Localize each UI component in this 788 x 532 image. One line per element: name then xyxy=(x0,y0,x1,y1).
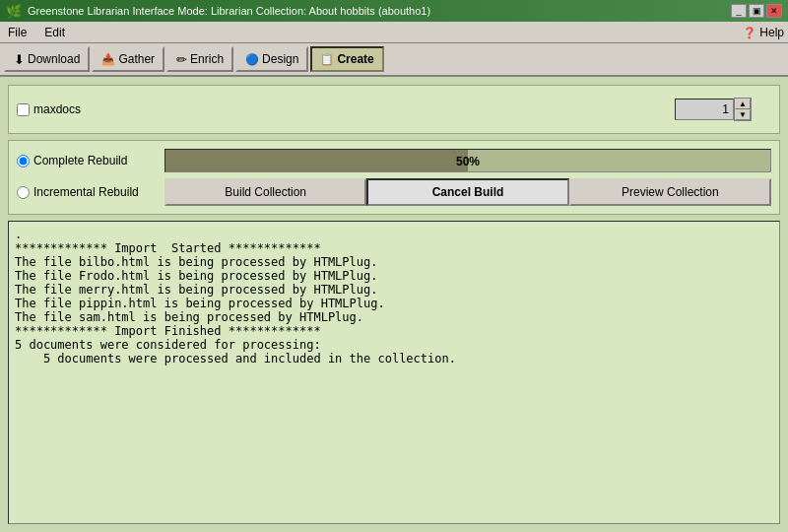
help-button[interactable]: Help xyxy=(743,26,784,39)
rebuild-options: Complete Rebuild 50% xyxy=(17,149,771,172)
title-bar: Greenstone Librarian Interface Mode: Lib… xyxy=(0,0,788,22)
action-buttons: Build Collection Cancel Build Preview Co… xyxy=(164,178,771,206)
window-title: Greenstone Librarian Interface Mode: Lib… xyxy=(28,5,430,17)
build-collection-button[interactable]: Build Collection xyxy=(164,178,366,206)
log-area: . ************* Import Started *********… xyxy=(8,221,780,524)
title-bar-left: Greenstone Librarian Interface Mode: Lib… xyxy=(6,4,430,19)
create-label: Create xyxy=(337,52,373,66)
download-icon xyxy=(14,52,25,67)
gather-button[interactable]: Gather xyxy=(92,46,164,72)
menu-items: File Edit xyxy=(4,25,69,40)
maxdocs-label[interactable]: maxdocs xyxy=(33,102,81,116)
enrich-button[interactable]: Enrich xyxy=(166,46,233,72)
download-label: Download xyxy=(28,52,80,66)
gather-label: Gather xyxy=(118,52,155,66)
preview-collection-button[interactable]: Preview Collection xyxy=(569,178,771,206)
incremental-rebuild-radio[interactable] xyxy=(17,186,30,199)
design-icon xyxy=(245,52,259,66)
restore-button[interactable]: ▣ xyxy=(749,4,764,18)
title-bar-controls[interactable]: _ ▣ ✕ xyxy=(731,4,782,18)
minimize-button[interactable]: _ xyxy=(731,4,747,18)
spinner-arrows: ▲ ▼ xyxy=(734,98,752,121)
help-icon xyxy=(743,26,756,39)
file-menu[interactable]: File xyxy=(4,25,31,40)
enrich-icon xyxy=(176,52,187,67)
incremental-rebuild-label[interactable]: Incremental Rebuild xyxy=(33,185,139,199)
main-content: maxdocs 1 ▲ ▼ Complete Rebuild 50% xyxy=(0,77,788,532)
spinner-down[interactable]: ▼ xyxy=(735,109,751,120)
create-button[interactable]: Create xyxy=(310,46,383,72)
enrich-label: Enrich xyxy=(190,52,224,66)
complete-rebuild-radio[interactable] xyxy=(17,155,30,167)
gather-icon xyxy=(101,52,115,66)
create-icon xyxy=(320,52,334,66)
options-area: maxdocs 1 ▲ ▼ xyxy=(8,85,780,134)
spinner-up[interactable]: ▲ xyxy=(735,99,751,109)
cancel-build-button[interactable]: Cancel Build xyxy=(366,178,568,206)
design-label: Design xyxy=(262,52,298,66)
menu-bar: File Edit Help xyxy=(0,22,788,43)
app-icon xyxy=(6,4,22,19)
progress-text: 50% xyxy=(165,150,770,172)
spinner-value[interactable]: 1 xyxy=(675,99,734,120)
download-button[interactable]: Download xyxy=(4,46,90,72)
close-button[interactable]: ✕ xyxy=(766,4,782,18)
edit-menu[interactable]: Edit xyxy=(40,25,69,40)
maxdocs-checkbox[interactable] xyxy=(17,103,30,116)
toolbar: Download Gather Enrich Design Create xyxy=(0,43,788,77)
maxdocs-row: maxdocs xyxy=(17,102,81,116)
spinner-input: 1 ▲ ▼ xyxy=(675,98,752,121)
complete-rebuild-label[interactable]: Complete Rebuild xyxy=(33,154,127,167)
help-label: Help xyxy=(759,26,784,39)
progress-section: Complete Rebuild 50% Incremental Rebuild… xyxy=(8,140,780,215)
design-button[interactable]: Design xyxy=(235,46,308,72)
progress-bar-container: 50% xyxy=(164,149,771,172)
